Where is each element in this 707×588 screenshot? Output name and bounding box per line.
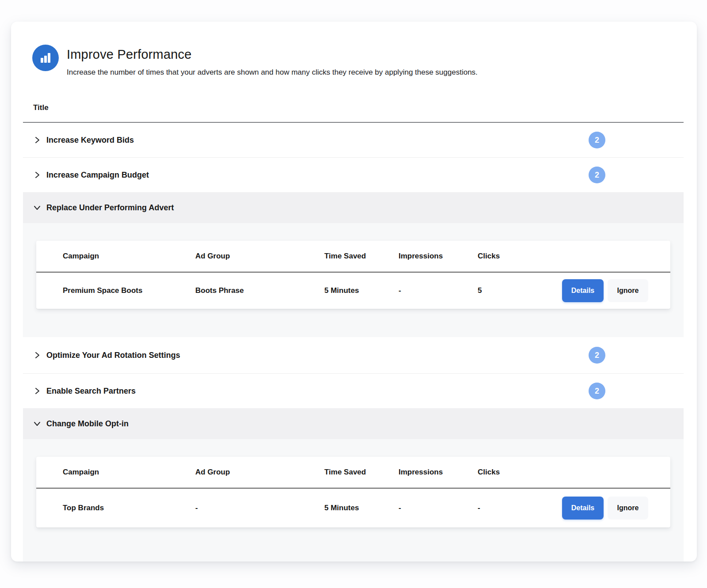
table-row: Premium Space Boots Boots Phrase 5 Minut… (36, 273, 670, 309)
row-label: Increase Campaign Budget (46, 171, 149, 180)
row-label: Replace Under Performing Advert (46, 203, 174, 212)
accordion-row-replace-under-performing-advert[interactable]: Replace Under Performing Advert (23, 192, 684, 223)
title-column-header: Title (23, 103, 684, 112)
accordion-row-enable-search-partners[interactable]: Enable Search Partners 2 (23, 374, 684, 408)
bar-chart-icon (32, 45, 59, 71)
expanded-content-replace-advert: Campaign Ad Group Time Saved Impressions… (23, 223, 684, 337)
cell-clicks: - (478, 504, 526, 512)
row-actions: Details Ignore (526, 279, 648, 302)
count-badge: 2 (589, 167, 605, 183)
row-label: Optimize Your Ad Rotation Settings (46, 351, 180, 360)
header-text: Improve Performance Increase the number … (67, 45, 478, 77)
ignore-button[interactable]: Ignore (608, 497, 648, 520)
panel-header: Improve Performance Increase the number … (11, 22, 697, 77)
chevron-right-icon (33, 351, 41, 359)
page-subtitle: Increase the number of times that your a… (67, 68, 478, 77)
cell-campaign: Top Brands (63, 504, 195, 512)
column-header-time-saved: Time Saved (324, 252, 399, 261)
chevron-down-icon (33, 420, 41, 428)
details-button[interactable]: Details (562, 279, 604, 302)
suggestion-table: Campaign Ad Group Time Saved Impressions… (36, 241, 670, 309)
column-header-campaign: Campaign (63, 468, 195, 477)
cell-time-saved: 5 Minutes (324, 286, 399, 295)
column-header-ad-group: Ad Group (195, 252, 324, 261)
cell-time-saved: 5 Minutes (324, 504, 399, 512)
column-header-time-saved: Time Saved (324, 468, 399, 477)
improve-performance-panel: Improve Performance Increase the number … (11, 22, 697, 561)
table-header-row: Campaign Ad Group Time Saved Impressions… (36, 457, 670, 489)
column-header-ad-group: Ad Group (195, 468, 324, 477)
chevron-right-icon (33, 387, 41, 395)
chevron-right-icon (33, 171, 41, 179)
cell-ad-group: - (195, 504, 324, 512)
cell-impressions: - (399, 504, 478, 512)
count-badge: 2 (589, 347, 605, 364)
suggestions-list: Title Increase Keyword Bids 2 Increase C… (23, 77, 684, 561)
column-header-impressions: Impressions (399, 468, 478, 477)
row-label: Enable Search Partners (46, 387, 136, 396)
cell-ad-group: Boots Phrase (195, 286, 324, 295)
column-header-impressions: Impressions (399, 252, 478, 261)
accordion-row-change-mobile-opt-in[interactable]: Change Mobile Opt-in (23, 408, 684, 439)
row-label: Change Mobile Opt-in (46, 419, 129, 429)
cell-clicks: 5 (478, 286, 526, 295)
details-button[interactable]: Details (562, 497, 604, 520)
expanded-content-change-mobile-opt-in: Campaign Ad Group Time Saved Impressions… (23, 439, 684, 561)
column-header-clicks: Clicks (478, 468, 526, 477)
accordion-row-increase-campaign-budget[interactable]: Increase Campaign Budget 2 (23, 158, 684, 192)
cell-campaign: Premium Space Boots (63, 286, 195, 295)
accordion-row-increase-keyword-bids[interactable]: Increase Keyword Bids 2 (23, 123, 684, 157)
cell-impressions: - (399, 286, 478, 295)
row-label: Increase Keyword Bids (46, 136, 134, 145)
ignore-button[interactable]: Ignore (608, 279, 648, 302)
column-header-clicks: Clicks (478, 252, 526, 261)
table-header-row: Campaign Ad Group Time Saved Impressions… (36, 241, 670, 273)
count-badge: 2 (589, 383, 605, 399)
page-title: Improve Performance (67, 47, 478, 62)
chevron-right-icon (33, 136, 41, 144)
column-header-campaign: Campaign (63, 252, 195, 261)
table-row: Top Brands - 5 Minutes - - Details Ignor… (36, 489, 670, 527)
count-badge: 2 (589, 132, 605, 148)
row-actions: Details Ignore (526, 497, 648, 520)
chevron-down-icon (33, 204, 41, 212)
suggestion-table: Campaign Ad Group Time Saved Impressions… (36, 457, 670, 527)
accordion-row-optimize-ad-rotation[interactable]: Optimize Your Ad Rotation Settings 2 (23, 337, 684, 373)
